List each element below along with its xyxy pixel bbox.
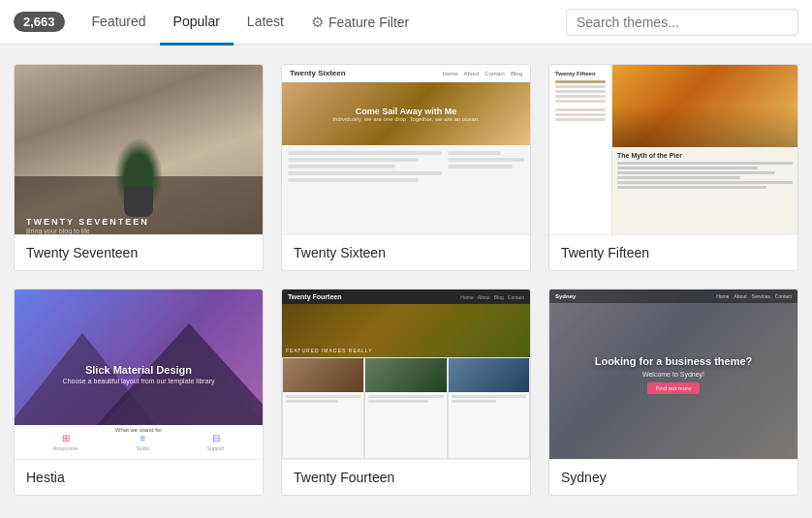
hestia-icon-support: ⊟ Support — [207, 433, 225, 451]
sydney-hero-sub: Welcome to Sydney! — [642, 371, 704, 378]
ss15-content: The Myth of the Pier — [612, 147, 797, 196]
theme-name-hestia: Hestia — [15, 459, 263, 495]
theme-screenshot-fourteen: Twenty Fourteen Home About Blog Contact … — [282, 289, 530, 459]
nav-tabs: Featured Popular Latest ⚙ Feature Filter — [78, 0, 423, 44]
ss16-sidebar — [448, 151, 524, 229]
tab-featured[interactable]: Featured — [78, 1, 160, 46]
ss15-main: The Myth of the Pier — [612, 65, 797, 234]
gear-icon: ⚙ — [311, 14, 324, 31]
list-icon: ≡ — [140, 433, 145, 443]
sydney-logo: Sydney — [555, 293, 576, 299]
feature-filter-button[interactable]: ⚙ Feature Filter — [297, 0, 422, 45]
ss16-hero: Come Sail Away with Me Individually, we … — [282, 82, 530, 145]
theme-card-twenty-sixteen[interactable]: Twenty Sixteen Home About Contact Blog C… — [281, 64, 531, 271]
hestia-section-title: What we stand for — [115, 427, 162, 433]
menu-icon: ⊟ — [212, 433, 220, 443]
theme-card-twenty-seventeen[interactable]: TWENTY SEVENTEEN Bring your blog to life… — [14, 64, 264, 271]
theme-overlay-title: TWENTY SEVENTEEN — [26, 217, 149, 227]
ss15-sidebar: Twenty Fifteen — [549, 65, 612, 234]
themes-header: 2,663 Featured Popular Latest ⚙ Feature … — [0, 0, 812, 45]
theme-count-badge: 2,663 — [14, 12, 65, 32]
hestia-icon-studio: ≡ Studio — [136, 433, 149, 451]
ss14-header: Twenty Fourteen Home About Blog Contact — [282, 289, 530, 304]
ss14-nav: Home About Blog Contact — [460, 294, 524, 300]
tab-popular[interactable]: Popular — [160, 1, 234, 46]
theme-screenshot-sydney: Sydney Home About Services Contact Looki… — [549, 289, 797, 459]
theme-overlay-sub: Bring your blog to life — [26, 228, 90, 234]
sydney-nav: Home About Services Contact — [716, 293, 792, 299]
theme-name-sixteen: Twenty Sixteen — [282, 234, 530, 270]
ss14-hero-image: FEATURED IMAGES REALLY — [282, 304, 530, 357]
theme-name-fourteen: Twenty Fourteen — [282, 459, 530, 495]
themes-grid: TWENTY SEVENTEEN Bring your blog to life… — [0, 45, 812, 515]
ss16-hero-title: Come Sail Away with Me — [356, 107, 457, 116]
theme-name-seventeen: Twenty Seventeen — [15, 234, 263, 270]
theme-card-twenty-fourteen[interactable]: Twenty Fourteen Home About Blog Contact … — [281, 289, 531, 496]
ss14-grid — [282, 357, 530, 459]
theme-screenshot-fifteen: Twenty Fifteen The Myth of the Pier — [549, 65, 797, 234]
ss14-featured-label: FEATURED IMAGES REALLY — [286, 348, 373, 353]
sydney-cta-button[interactable]: Find out more — [647, 382, 699, 394]
sydney-topbar: Sydney Home About Services Contact — [549, 289, 797, 303]
theme-card-hestia[interactable]: Slick Material Design Choose a beautiful… — [14, 289, 264, 496]
hestia-icon-responsive: ⊞ Responsive — [53, 433, 78, 451]
hestia-bottom-section: What we stand for ⊞ Responsive ≡ Studio … — [15, 425, 263, 459]
ss16-hero-sub: Individually, we are one drop. Together,… — [332, 116, 480, 122]
ss16-topbar: Twenty Sixteen Home About Contact Blog — [282, 65, 530, 82]
ss16-logo: Twenty Sixteen — [290, 69, 346, 77]
tab-latest[interactable]: Latest — [234, 1, 297, 46]
ss16-main — [288, 151, 442, 229]
ss16-content — [282, 145, 530, 234]
ss15-hero-image — [612, 65, 797, 147]
theme-name-sydney: Sydney — [549, 459, 797, 495]
theme-screenshot-seventeen: TWENTY SEVENTEEN Bring your blog to life — [15, 65, 263, 234]
ss15-article-title: The Myth of the Pier — [617, 152, 793, 159]
theme-screenshot-hestia: Slick Material Design Choose a beautiful… — [15, 289, 263, 459]
theme-name-fifteen: Twenty Fifteen — [549, 234, 797, 270]
hestia-hero-title: Slick Material Design — [85, 364, 192, 376]
theme-screenshot-sixteen: Twenty Sixteen Home About Contact Blog C… — [282, 65, 530, 234]
grid-icon: ⊞ — [62, 433, 70, 443]
ss16-nav: Home About Contact Blog — [443, 71, 522, 76]
theme-card-twenty-fifteen[interactable]: Twenty Fifteen The Myth of the Pier — [548, 64, 798, 271]
search-input[interactable] — [566, 9, 798, 36]
sydney-hero-title: Looking for a business theme? — [595, 354, 753, 368]
theme-card-sydney[interactable]: Sydney Home About Services Contact Looki… — [548, 289, 798, 496]
ss15-sidebar-title: Twenty Fifteen — [555, 71, 606, 76]
plant-pot-decoration — [124, 186, 153, 217]
search-area — [566, 9, 798, 36]
hestia-hero-sub: Choose a beautiful layout from our templ… — [63, 378, 215, 384]
